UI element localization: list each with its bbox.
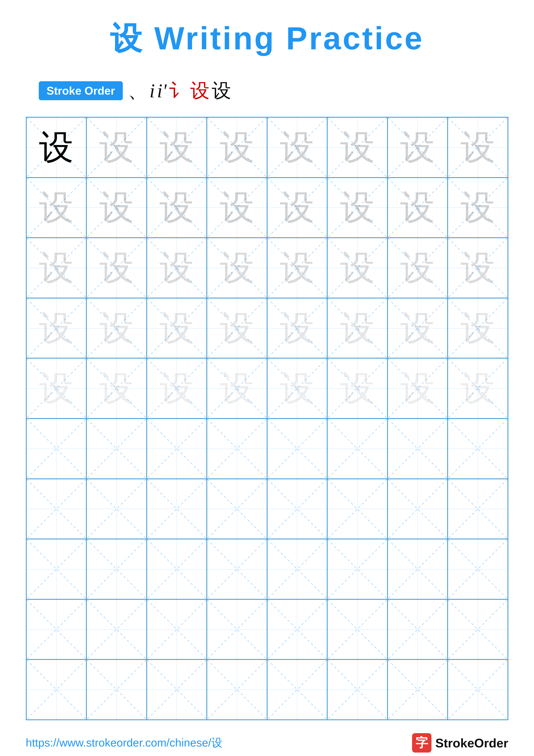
svg-line-112 <box>27 539 86 599</box>
grid-cell-5-0 <box>26 418 87 479</box>
practice-char: 设 <box>39 130 73 165</box>
svg-line-131 <box>87 600 146 659</box>
practice-char: 设 <box>39 190 73 225</box>
grid-cell-4-4: 设 <box>267 358 327 418</box>
svg-line-139 <box>328 600 387 659</box>
grid-cell-0-4: 设 <box>267 117 327 177</box>
grid-cell-8-4 <box>267 599 327 660</box>
grid-cell-6-3 <box>207 479 267 539</box>
svg-line-157 <box>388 660 447 719</box>
grid-cell-7-6 <box>388 539 448 599</box>
practice-char: 设 <box>99 251 134 285</box>
practice-char: 设 <box>461 130 495 165</box>
grid-cell-6-1 <box>87 479 147 539</box>
practice-char: 设 <box>461 190 495 225</box>
practice-char: 设 <box>340 311 375 345</box>
practice-char: 设 <box>461 311 495 345</box>
svg-line-97 <box>27 479 86 539</box>
svg-line-119 <box>207 539 267 599</box>
svg-line-135 <box>207 600 267 659</box>
svg-line-132 <box>147 600 207 659</box>
practice-char: 设 <box>400 371 435 406</box>
svg-line-143 <box>448 600 507 659</box>
svg-line-109 <box>388 479 447 539</box>
grid-cell-0-1: 设 <box>87 117 147 177</box>
practice-char: 设 <box>99 190 134 225</box>
grid-cell-5-5 <box>327 418 388 479</box>
practice-char: 设 <box>39 371 73 406</box>
grid-cell-5-6 <box>388 418 448 479</box>
grid-cell-4-7: 设 <box>447 358 508 418</box>
stroke-order-row: Stroke Order 、 i i' 讠 设 设 <box>39 78 231 104</box>
svg-line-153 <box>267 660 327 719</box>
svg-line-124 <box>388 539 447 599</box>
grid-cell-7-2 <box>147 539 207 599</box>
practice-char: 设 <box>280 371 314 406</box>
svg-line-155 <box>328 660 387 719</box>
svg-line-106 <box>328 479 387 539</box>
svg-line-95 <box>448 419 507 478</box>
grid-cell-7-7 <box>447 539 508 599</box>
grid-cell-0-2: 设 <box>147 117 207 177</box>
stroke-seq-3: i' <box>157 80 166 102</box>
footer-logo-text: StrokeOrder <box>435 736 508 750</box>
practice-char: 设 <box>99 371 134 406</box>
svg-line-151 <box>207 660 267 719</box>
grid-cell-7-3 <box>207 539 267 599</box>
practice-char: 设 <box>159 251 194 285</box>
stroke-sequence: 、 i i' 讠 设 设 <box>128 78 231 104</box>
svg-line-115 <box>87 539 146 599</box>
grid-cell-2-3: 设 <box>207 238 267 298</box>
practice-char: 设 <box>400 130 435 165</box>
svg-line-154 <box>328 660 387 719</box>
svg-line-133 <box>147 600 207 659</box>
svg-line-127 <box>448 539 507 599</box>
stroke-order-badge: Stroke Order <box>39 81 123 100</box>
grid-cell-8-7 <box>447 599 508 660</box>
grid-cell-2-2: 设 <box>147 238 207 298</box>
practice-char: 设 <box>99 311 134 345</box>
grid-cell-4-2: 设 <box>147 358 207 418</box>
grid-cell-4-1: 设 <box>87 358 147 418</box>
grid-cell-2-6: 设 <box>388 238 448 298</box>
grid-cell-2-4: 设 <box>267 238 327 298</box>
grid-cell-3-4: 设 <box>267 298 327 358</box>
grid-cell-7-4 <box>267 539 327 599</box>
svg-line-144 <box>27 660 86 719</box>
page: 设 Writing Practice Stroke Order 、 i i' 讠… <box>0 0 534 756</box>
grid-cell-1-0: 设 <box>26 177 87 238</box>
practice-char: 设 <box>340 190 375 225</box>
practice-char: 设 <box>220 311 254 345</box>
practice-char: 设 <box>280 130 314 165</box>
footer-url: https://www.strokeorder.com/chinese/设 <box>26 735 222 750</box>
grid-cell-1-5: 设 <box>327 177 388 238</box>
practice-char: 设 <box>280 190 314 225</box>
svg-line-159 <box>448 660 507 719</box>
grid-cell-4-5: 设 <box>327 358 388 418</box>
svg-line-88 <box>267 419 327 478</box>
grid-cell-6-5 <box>327 479 388 539</box>
grid-cell-4-0: 设 <box>26 358 87 418</box>
svg-line-134 <box>207 600 267 659</box>
grid-cell-0-7: 设 <box>447 117 508 177</box>
grid-cell-5-7 <box>447 418 508 479</box>
practice-char: 设 <box>400 311 435 345</box>
grid-cell-2-1: 设 <box>87 238 147 298</box>
svg-line-113 <box>27 539 86 599</box>
svg-line-90 <box>328 419 387 478</box>
svg-line-152 <box>267 660 327 719</box>
grid-cell-5-2 <box>147 418 207 479</box>
grid-cell-9-1 <box>87 660 147 720</box>
svg-line-94 <box>448 419 507 478</box>
svg-line-111 <box>448 479 507 539</box>
grid-cell-1-1: 设 <box>87 177 147 238</box>
grid-cell-8-0 <box>26 599 87 660</box>
grid-cell-3-6: 设 <box>388 298 448 358</box>
svg-line-93 <box>388 419 447 478</box>
grid-cell-8-6 <box>388 599 448 660</box>
grid-cell-2-5: 设 <box>327 238 388 298</box>
grid-cell-9-2 <box>147 660 207 720</box>
stroke-seq-6: 设 <box>212 78 231 104</box>
svg-line-142 <box>448 600 507 659</box>
svg-line-120 <box>267 539 327 599</box>
